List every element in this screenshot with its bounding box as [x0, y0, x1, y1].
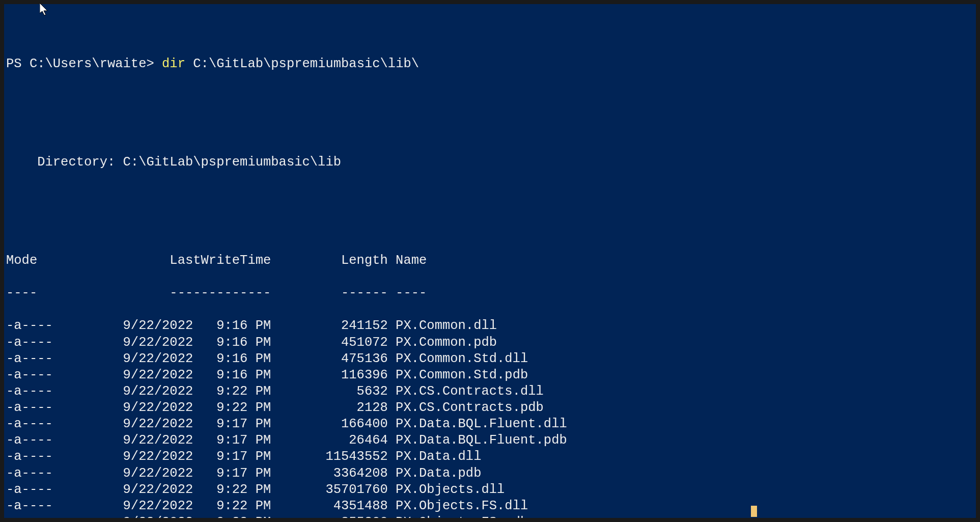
- file-row: -a---- 9/22/2022 9:22 PM 35701760 PX.Obj…: [6, 482, 974, 498]
- blank-line: [6, 187, 974, 203]
- blank-line: [6, 220, 974, 236]
- file-row: -a---- 9/22/2022 9:22 PM 4351488 PX.Obje…: [6, 498, 974, 514]
- file-row: -a---- 9/22/2022 9:17 PM 166400 PX.Data.…: [6, 416, 974, 432]
- directory-label: Directory: C:\GitLab\pspremiumbasic\lib: [6, 154, 974, 171]
- file-row: -a---- 9/22/2022 9:16 PM 451072 PX.Commo…: [6, 335, 974, 351]
- file-row: -a---- 9/22/2022 9:22 PM 2128 PX.CS.Cont…: [6, 400, 974, 416]
- file-row: -a---- 9/22/2022 9:17 PM 26464 PX.Data.B…: [6, 432, 974, 449]
- file-row: -a---- 9/22/2022 9:16 PM 116396 PX.Commo…: [6, 367, 974, 383]
- file-row: -a---- 9/22/2022 9:22 PM 855300 PX.Objec…: [6, 514, 974, 518]
- column-dividers: ---- ------------- ------ ----: [6, 285, 974, 301]
- text-cursor: [751, 506, 757, 517]
- file-row: -a---- 9/22/2022 9:22 PM 5632 PX.CS.Cont…: [6, 383, 974, 400]
- blank-line: [6, 89, 974, 105]
- prompt-prefix: PS C:\Users\rwaite>: [6, 56, 162, 72]
- file-listing: -a---- 9/22/2022 9:16 PM 241152 PX.Commo…: [6, 318, 974, 518]
- blank-line: [6, 122, 974, 138]
- command-keyword: dir: [162, 56, 185, 72]
- file-row: -a---- 9/22/2022 9:16 PM 241152 PX.Commo…: [6, 318, 974, 334]
- file-row: -a---- 9/22/2022 9:16 PM 475136 PX.Commo…: [6, 351, 974, 367]
- terminal-output[interactable]: PS C:\Users\rwaite> dir C:\GitLab\psprem…: [4, 4, 976, 518]
- file-row: -a---- 9/22/2022 9:17 PM 11543552 PX.Dat…: [6, 449, 974, 465]
- blank-line: [6, 23, 974, 40]
- column-headers: Mode LastWriteTime Length Name: [6, 253, 974, 269]
- command-argument: C:\GitLab\pspremiumbasic\lib\: [185, 56, 419, 72]
- file-row: -a---- 9/22/2022 9:17 PM 3364208 PX.Data…: [6, 465, 974, 482]
- prompt-line: PS C:\Users\rwaite> dir C:\GitLab\psprem…: [6, 56, 974, 72]
